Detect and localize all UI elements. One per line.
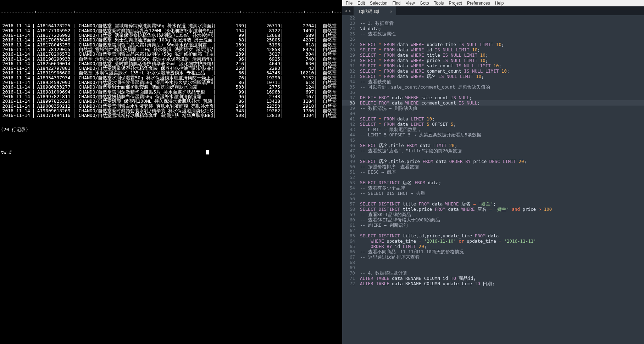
code-area[interactable]: 2223242526272829303132333435363738394041…: [342, 15, 644, 344]
table-row: 2016-11-14|A18164178225| CHANDO/自然堂 雪域精粹…: [1, 23, 342, 28]
tabbar: ◄ ► sql代码.sql ×: [342, 6, 644, 15]
menu-find[interactable]: Find: [390, 0, 402, 6]
table-row: 2016-11-14|A18997821811| CHANDO/自然堂妍颜肤白保…: [1, 94, 342, 99]
separator-line: ------------+-------------+-------------…: [1, 10, 342, 14]
menu-preferences[interactable]: Preferences: [465, 0, 492, 6]
table-row: 2016-11-14|A18934597093| CHANDO/自然堂水润长效保…: [1, 80, 342, 85]
table-row: 2016-11-14|A19008350212| CHANDO/自然堂雪润皙白水…: [1, 104, 342, 108]
terminal-prompt[interactable]: tw=#: [1, 150, 342, 154]
menu-project[interactable]: Project: [447, 0, 464, 6]
menu-goto[interactable]: Goto: [418, 0, 431, 6]
table-row: 2016-11-14|A18177105952| CHANDO/自然堂凝时鲜颜肌…: [1, 28, 342, 33]
terminal-panel[interactable]: ------------+-------------+-------------…: [0, 0, 342, 344]
table-row: 2016-11-14|A18178206572| CHANDO/自然堂雪润皙白晶…: [1, 52, 342, 56]
table-row: 2016-11-14|A18178129035| 自然堂 雪域纯粹滋润洗颜霜 1…: [1, 47, 342, 52]
table-row: 2016-11-14|A18178045259| CHANDO/自然堂雪润皙白晶…: [1, 43, 342, 47]
table-row: 2016-11-14|A18178033846| CHANDO/自然堂 男士劲爽…: [1, 38, 342, 42]
tab-title: sql代码.sql: [359, 9, 379, 15]
menu-selection[interactable]: Selection: [368, 0, 389, 6]
tab-scroll-arrows[interactable]: ◄ ►: [342, 6, 354, 15]
table-row: 2016-11-14|A18177226992| CHANDO/自然堂 活泉保湿…: [1, 33, 342, 38]
table-row: 2016-11-14|A18980833277| CHANDO/自然堂男士面部护…: [1, 85, 342, 89]
table-row: 2016-11-14|A18919906680| 自然堂 水润保湿柔肤水 135…: [1, 71, 342, 75]
table-row: 2016-11-14|A18934397934| CHANDO/自然堂水润保湿霜…: [1, 75, 342, 80]
table-row: 2016-11-14|A18422797881| CHANDO/自然堂活泉保湿补…: [1, 66, 342, 71]
terminal-cursor: [206, 150, 209, 154]
menu-help[interactable]: Help: [493, 0, 506, 6]
table-row: 2016-11-14|A18981009694| CHANDO/自然堂雪润深澈精…: [1, 90, 342, 94]
menubar: FileEditSelectionFindViewGotoToolsProjec…: [342, 0, 644, 6]
row-count-footer: (20 行记录): [1, 127, 342, 132]
close-icon[interactable]: ×: [390, 10, 393, 13]
menu-file[interactable]: File: [344, 0, 355, 6]
code-content[interactable]: -- 3、数据查看\d data;-- 查看数据属性SELECT * FROM …: [358, 15, 644, 344]
line-gutter: 2223242526272829303132333435363738394041…: [342, 15, 358, 344]
table-row: 2016-11-14|A19371494116| CHANDO/自然堂雪域精粹冰…: [1, 113, 342, 118]
table-row: 2016-11-14|A19009618209| CHANDO/自然堂凝时鲜颜套…: [1, 108, 342, 113]
table-row: 2016-11-14|A18190290933| 自然堂 活泉深层净化控油凝露6…: [1, 57, 342, 61]
tab-active[interactable]: sql代码.sql ×: [354, 6, 396, 15]
menu-tools[interactable]: Tools: [432, 0, 446, 6]
table-row: 2016-11-14|A18997825320| CHANDO/自然堂妍颜 保湿…: [1, 99, 342, 103]
menu-view[interactable]: View: [404, 0, 417, 6]
table-row: 2016-11-14|A18250630014| CHANDO/自然堂 凝时鲜颜…: [1, 61, 342, 66]
editor-panel: FileEditSelectionFindViewGotoToolsProjec…: [342, 0, 644, 344]
menu-edit[interactable]: Edit: [355, 0, 367, 6]
